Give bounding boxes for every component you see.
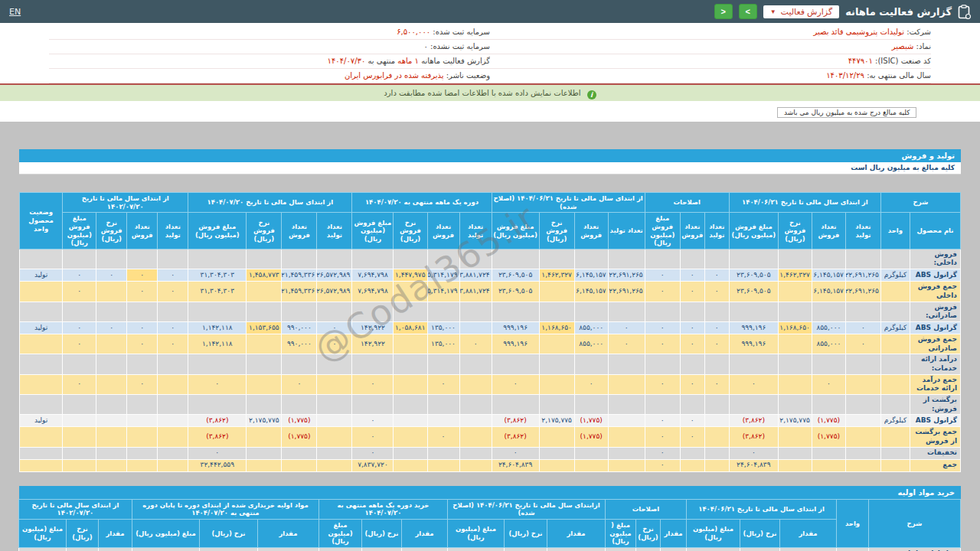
value-cell bbox=[96, 415, 127, 427]
value-cell: ۱,۱۶۸,۶۵۰ bbox=[778, 321, 812, 334]
value-cell bbox=[704, 447, 729, 459]
column-group-header: دوره یک ماهه منتهی به ۱۴۰۴/۰۷/۳۰ bbox=[352, 193, 492, 213]
value-cell bbox=[574, 302, 608, 321]
value-cell bbox=[247, 395, 282, 415]
column-header: تعداد فروش bbox=[427, 213, 459, 249]
value-cell: ۰ bbox=[645, 459, 680, 471]
value-cell: ۰ bbox=[158, 282, 188, 302]
column-header: مبلغ فروش (میلیون ریال) bbox=[188, 213, 247, 249]
value-cell bbox=[96, 302, 127, 321]
value-cell: ۳,۸۸۱,۷۲۴ bbox=[459, 282, 492, 302]
column-header: تعداد فروش bbox=[680, 213, 704, 249]
value-cell bbox=[547, 547, 605, 551]
value-cell bbox=[459, 447, 492, 459]
column-header: مقدار bbox=[401, 520, 447, 548]
column-header: نرخ فروش (ریال) bbox=[247, 213, 282, 249]
value-cell bbox=[247, 447, 282, 459]
value-cell: ۰ bbox=[845, 321, 880, 334]
value-cell bbox=[188, 302, 247, 321]
value-cell: ۱,۱۶۸,۶۵۰ bbox=[539, 321, 574, 334]
value-cell bbox=[459, 415, 492, 427]
value-cell bbox=[317, 415, 352, 427]
next-report-button[interactable]: > bbox=[739, 4, 757, 19]
info-row: شرکت: تولیدات پتروشیمی قائد بصیر bbox=[490, 25, 931, 40]
value-cell bbox=[282, 459, 317, 471]
value-cell: ۲۲,۶۹۱,۲۶۵ bbox=[608, 269, 645, 282]
value-cell bbox=[63, 302, 96, 321]
value-cell bbox=[96, 334, 127, 354]
value-cell: ۰ bbox=[729, 374, 778, 394]
info-label: سال مالی منتهی به: bbox=[864, 71, 931, 80]
value-cell bbox=[63, 249, 96, 269]
value-cell bbox=[574, 459, 608, 471]
company-info-header: شرکت: تولیدات پتروشیمی قائد بصیرنماد: شب… bbox=[0, 23, 980, 85]
value-cell: ۱,۴۶۲,۳۲۷ bbox=[778, 269, 812, 282]
value-cell: ۹۹۹,۱۹۶ bbox=[729, 321, 778, 334]
value-cell bbox=[127, 249, 158, 269]
amounts-note: کلیه مبالغ درج شده به میلیون ریال می باش… bbox=[777, 107, 916, 118]
column-group-header: شرح bbox=[869, 499, 961, 547]
value-cell bbox=[282, 395, 317, 415]
info-value: ۱۴۰۳/۱۲/۲۹ bbox=[826, 71, 864, 80]
value-cell bbox=[645, 354, 680, 374]
value-cell bbox=[605, 547, 635, 551]
info-column-1: سرمایه ثبت شده: ۶,۵۰۰,۰۰۰سرمایه ثبت نشده… bbox=[49, 25, 490, 83]
data-grid: شرحاز ابتدای سال مالی تا تاریخ ۱۴۰۴/۰۶/۳… bbox=[19, 192, 961, 472]
value-cell bbox=[317, 459, 352, 471]
info-row: کد صنعت (ISIC): ۴۴۷۹۰۱ bbox=[490, 54, 931, 69]
value-cell bbox=[704, 302, 729, 321]
value-cell bbox=[158, 354, 188, 374]
value-cell bbox=[778, 427, 812, 447]
value-cell: ۵,۳۱۴,۱۷۹ bbox=[427, 282, 459, 302]
row-label: فروش صادراتی: bbox=[910, 302, 960, 321]
value-cell bbox=[778, 459, 812, 471]
section-row: فروش صادراتی: bbox=[20, 302, 961, 321]
section-row: برگشت از فروش: bbox=[20, 395, 961, 415]
value-cell bbox=[845, 249, 880, 269]
value-cell bbox=[394, 334, 427, 354]
value-cell bbox=[282, 302, 317, 321]
value-cell: ۰ bbox=[352, 415, 394, 427]
value-cell: ۲,۱۷۵,۷۷۵ bbox=[778, 415, 812, 427]
value-cell: ۰ bbox=[427, 427, 459, 447]
value-cell bbox=[812, 302, 845, 321]
value-cell bbox=[427, 447, 459, 459]
value-cell bbox=[96, 354, 127, 374]
unit-cell: کیلوگرم bbox=[880, 269, 910, 282]
value-cell bbox=[845, 395, 880, 415]
value-cell bbox=[63, 354, 96, 374]
section-row: فروش داخلی: bbox=[20, 249, 961, 269]
value-cell bbox=[394, 427, 427, 447]
value-cell bbox=[427, 302, 459, 321]
value-cell bbox=[778, 334, 812, 354]
info-value: ۱۴۰۴/۰۷/۳۰ bbox=[328, 57, 366, 65]
value-cell bbox=[459, 302, 492, 321]
value-cell: ۰ bbox=[158, 269, 188, 282]
value-cell bbox=[427, 415, 459, 427]
production-sales-table: تولید و فروش کلیه مبالغ به میلیون ریال ا… bbox=[19, 149, 961, 472]
report-type-dropdown[interactable]: گزارش فعالیت ▼ bbox=[763, 5, 839, 18]
value-cell: ۰ bbox=[127, 374, 158, 394]
value-cell bbox=[680, 249, 704, 269]
value-cell: ۰ bbox=[645, 427, 680, 447]
column-group-header: مواد اولیه خریداری شده از ابتدای دوره تا… bbox=[132, 499, 318, 519]
report-type-dropdown-label: گزارش فعالیت bbox=[781, 7, 833, 17]
value-cell bbox=[680, 354, 704, 374]
value-cell bbox=[394, 249, 427, 269]
previous-report-button[interactable]: < bbox=[714, 4, 733, 19]
value-cell: ۰ bbox=[427, 374, 459, 394]
value-cell: ۷,۸۳۷,۷۲۰ bbox=[352, 459, 394, 471]
value-cell: (۱,۷۷۵) bbox=[574, 415, 608, 427]
column-header: تعداد فروش bbox=[127, 213, 158, 249]
value-cell bbox=[394, 282, 427, 302]
language-switch-en[interactable]: EN bbox=[9, 7, 21, 17]
value-cell bbox=[158, 374, 188, 394]
value-cell: ۰ bbox=[574, 374, 608, 394]
column-header: تعداد تولید bbox=[608, 213, 645, 249]
value-cell bbox=[317, 374, 352, 394]
value-cell: ۰ bbox=[680, 415, 704, 427]
column-header: تعداد تولید bbox=[317, 213, 352, 249]
value-cell bbox=[459, 427, 492, 447]
unit-cell bbox=[880, 334, 910, 354]
info-value: پذیرفته شده در فرابورس ایران bbox=[345, 71, 444, 80]
